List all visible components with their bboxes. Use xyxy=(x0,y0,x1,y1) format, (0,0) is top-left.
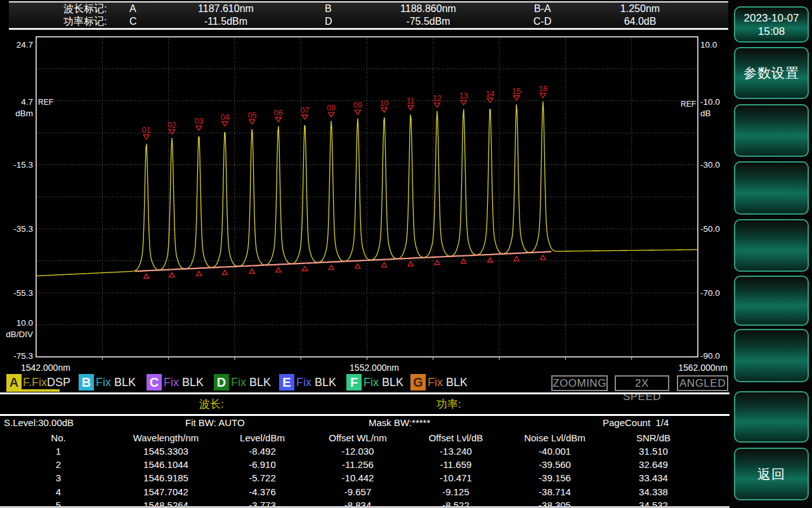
trace-letter-d: D xyxy=(214,374,229,391)
table-cell: -40.001 xyxy=(506,444,604,458)
sidebar-button-blank-6[interactable] xyxy=(734,391,809,443)
table-cell: 1546.9185 xyxy=(117,471,215,485)
trace-mode: Fix xyxy=(96,376,111,389)
trace-letter-f: F xyxy=(346,374,362,391)
trace-button-e[interactable]: EFixBLK xyxy=(279,374,336,391)
table-header-cell: Offset Lvl/dB xyxy=(406,431,506,444)
divider xyxy=(0,392,730,394)
svg-text:4.7: 4.7 xyxy=(21,97,33,107)
svg-text:07: 07 xyxy=(301,106,310,115)
trace-button-f[interactable]: FFixBLK xyxy=(346,374,403,391)
table-cell: -12.030 xyxy=(310,444,406,458)
svg-text:08: 08 xyxy=(327,104,336,112)
table-header-row: No.Wavelength/nmLevel/dBmOffset WL/nmOff… xyxy=(0,431,704,444)
trace-mode: Fix xyxy=(231,376,246,389)
svg-text:dB/DIV: dB/DIV xyxy=(6,330,33,339)
active-trace-underline xyxy=(6,389,60,392)
divider xyxy=(0,414,730,416)
table-cell: -5.722 xyxy=(215,471,310,485)
trace-mode: Fix xyxy=(164,376,179,389)
peak-table: No.Wavelength/nmLevel/dBmOffset WL/nmOff… xyxy=(0,431,704,508)
svg-text:1552.000nm: 1552.000nm xyxy=(350,363,399,373)
table-cell: -10.442 xyxy=(310,471,406,485)
table-header-cell: Wavelength/nm xyxy=(117,431,215,444)
svg-text:03: 03 xyxy=(195,117,204,126)
svg-text:10.0: 10.0 xyxy=(16,318,33,328)
datetime-text: 2023-10-07 xyxy=(744,11,799,25)
sidebar-button-param-settings[interactable]: 参数设置 xyxy=(734,47,809,99)
fit-bw-value: Fit BW: AUTO xyxy=(185,417,245,428)
table-cell: 34.338 xyxy=(604,485,703,498)
trace-button-g[interactable]: GFixBLK xyxy=(410,374,468,391)
sidebar-button-blank-4[interactable] xyxy=(734,276,809,326)
trace-button-c[interactable]: CFixBLK xyxy=(147,374,204,391)
svg-text:1562.000nm: 1562.000nm xyxy=(678,363,728,373)
wavelength-label: 波长: xyxy=(199,397,224,411)
svg-text:13: 13 xyxy=(459,91,468,100)
table-cell: 33.434 xyxy=(604,471,703,485)
sidebar-button-blank-3[interactable] xyxy=(734,219,809,272)
svg-text:01: 01 xyxy=(142,126,151,135)
table-cell: 1 xyxy=(0,444,117,458)
sidebar-button-blank-1[interactable] xyxy=(734,104,809,157)
trace-status: BLK xyxy=(382,376,403,389)
table-row: 11545.3303-8.492-12.030-13.240-40.00131.… xyxy=(0,444,704,458)
svg-text:1542.000nm: 1542.000nm xyxy=(21,363,70,373)
trace-status: BLK xyxy=(249,376,271,389)
table-cell: -13.240 xyxy=(406,444,506,458)
s-level-value: S.Level:30.00dB xyxy=(4,417,74,428)
trace-letter-b: B xyxy=(79,374,94,391)
table-header-cell: Level/dBm xyxy=(215,431,310,444)
sidebar-menu: 2023-10-0715:08参数设置返回 xyxy=(731,0,812,508)
svg-text:11: 11 xyxy=(407,97,415,105)
svg-text:24.7: 24.7 xyxy=(16,40,33,50)
table-row: 21546.1044-6.910-11.256-11.659-39.56032.… xyxy=(0,458,704,471)
table-header-cell: SNR/dB xyxy=(604,431,703,444)
svg-text:12: 12 xyxy=(433,94,442,103)
flag-2x-speed: 2X SPEED xyxy=(615,375,669,391)
power-label: 功率: xyxy=(436,397,461,411)
page-count: PageCount 1/4 xyxy=(603,417,669,428)
trace-letter-a: A xyxy=(6,374,22,391)
sidebar-button-back[interactable]: 返回 xyxy=(734,448,809,500)
trace-letter-e: E xyxy=(279,374,294,391)
info-row: S.Level:30.00dB Fit BW: AUTO Mask BW:***… xyxy=(0,417,730,429)
osa-app: 波长标记: A 1187.610nm B 1188.860nm B-A 1.25… xyxy=(0,0,812,508)
trace-status: BLK xyxy=(182,376,204,389)
table-cell: 1546.1044 xyxy=(117,458,215,471)
datetime-text: 15:08 xyxy=(758,25,785,38)
trace-mode: F.Fix xyxy=(23,376,47,389)
table-cell: -8.492 xyxy=(215,444,310,458)
table-header-cell: No. xyxy=(0,431,117,444)
svg-text:-70.0: -70.0 xyxy=(700,288,720,298)
sidebar-button-blank-5[interactable] xyxy=(734,329,809,382)
table-cell: 4 xyxy=(0,485,117,498)
trace-letter-c: C xyxy=(147,374,162,391)
table-cell: -9.125 xyxy=(406,485,506,498)
svg-text:05: 05 xyxy=(247,111,256,120)
flag-angled: ANGLED xyxy=(677,375,728,391)
trace-mode: Fix xyxy=(363,376,379,389)
svg-text:09: 09 xyxy=(353,101,362,110)
svg-text:REF: REF xyxy=(38,98,53,107)
svg-text:-30.0: -30.0 xyxy=(700,160,720,170)
table-cell: -39.560 xyxy=(506,458,604,471)
table-cell: 3 xyxy=(0,471,117,485)
trace-button-d[interactable]: DFixBLK xyxy=(214,374,271,391)
svg-text:-35.3: -35.3 xyxy=(13,224,33,234)
table-cell: -11.659 xyxy=(406,458,506,471)
analysis-row: 波长: 功率: xyxy=(0,397,730,412)
svg-text:04: 04 xyxy=(221,113,230,122)
table-header-cell: Offset WL/nm xyxy=(310,431,406,444)
trace-button-b[interactable]: BFixBLK xyxy=(79,374,136,391)
trace-button-a[interactable]: AF.FixDSP xyxy=(6,374,70,391)
svg-text:10.0: 10.0 xyxy=(700,40,717,50)
sidebar-button-datetime[interactable]: 2023-10-0715:08 xyxy=(734,6,809,43)
svg-text:dBm: dBm xyxy=(15,109,33,118)
table-cell: 2 xyxy=(0,458,117,471)
table-cell: -39.156 xyxy=(506,471,604,485)
mask-bw-value: Mask BW:***** xyxy=(369,417,430,428)
table-cell: -9.657 xyxy=(310,485,406,498)
table-cell: -10.471 xyxy=(406,471,506,485)
sidebar-button-blank-2[interactable] xyxy=(734,161,809,215)
